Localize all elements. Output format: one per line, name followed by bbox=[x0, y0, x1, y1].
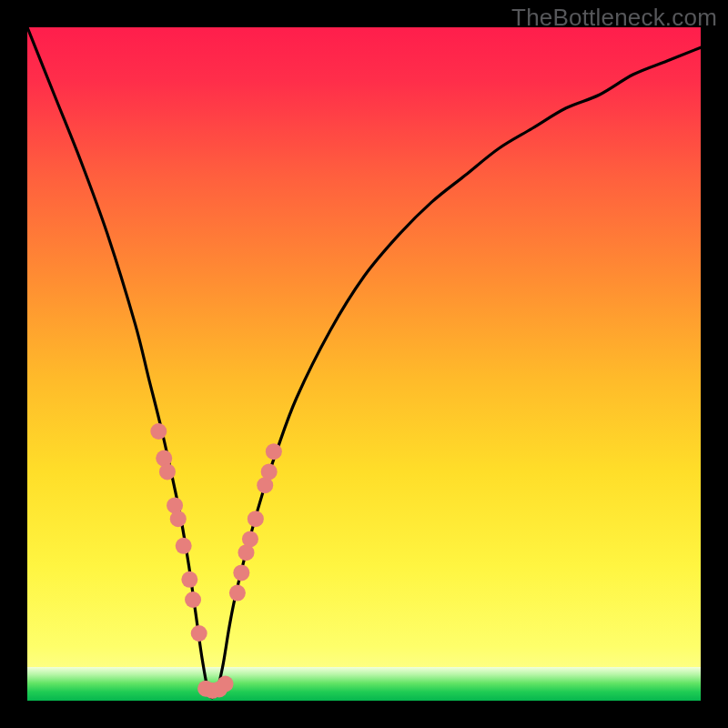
sample-dot bbox=[185, 592, 201, 608]
sample-dot bbox=[191, 625, 207, 642]
sample-dot bbox=[176, 538, 192, 554]
chart-frame: TheBottleneck.com bbox=[0, 0, 728, 728]
sample-dot bbox=[248, 511, 264, 527]
sample-dot bbox=[150, 423, 167, 440]
sample-dot bbox=[266, 443, 282, 460]
sample-dot bbox=[170, 511, 187, 527]
sample-dot bbox=[217, 676, 234, 693]
plot-area bbox=[27, 27, 701, 701]
sample-dot bbox=[233, 564, 249, 581]
sample-dot bbox=[159, 463, 176, 480]
sample-dot bbox=[242, 531, 258, 547]
sample-dot bbox=[181, 571, 197, 588]
gradient-bg bbox=[27, 27, 701, 701]
green-band bbox=[27, 667, 701, 701]
sample-dot bbox=[229, 585, 246, 602]
sample-dot bbox=[261, 463, 278, 480]
bottleneck-plot bbox=[27, 27, 701, 701]
